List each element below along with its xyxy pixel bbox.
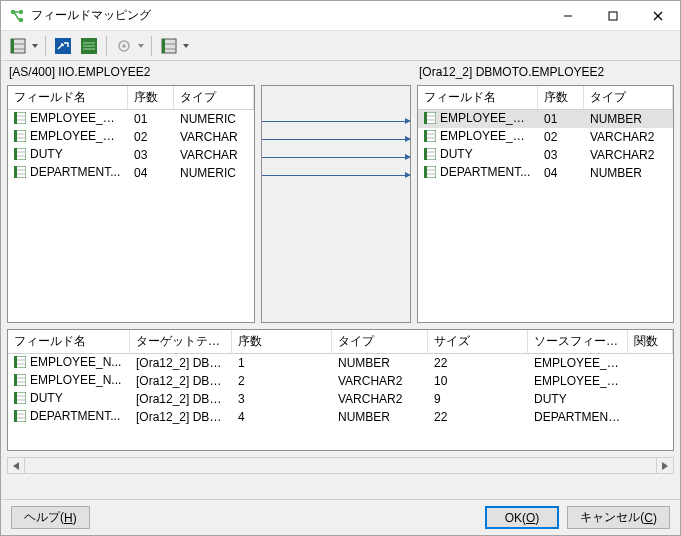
mapping-arrow[interactable]: [262, 148, 410, 166]
cell-type: NUMERIC: [174, 165, 254, 181]
table-row[interactable]: EMPLOYEE_N...[Ora12_2] DBM...2VARCHAR210…: [8, 372, 673, 390]
help-button[interactable]: ヘルプ(H): [11, 506, 90, 529]
left-label: [AS/400] IIO.EMPLOYEE2: [9, 65, 257, 79]
field-icon: [424, 130, 436, 145]
table-row[interactable]: EMPLOYEE_N...02VARCHAR2: [418, 128, 673, 146]
mapping-grid[interactable]: フィールド名 ターゲットテーブル 序数 タイプ サイズ ソースフィールド 関数 …: [7, 329, 674, 451]
right-label: [Ora12_2] DBMOTO.EMPLOYEE2: [419, 65, 672, 79]
table-row[interactable]: EMPLOYEE_N...02VARCHAR: [8, 128, 254, 146]
svg-rect-10: [11, 39, 14, 53]
col-ord[interactable]: 序数: [538, 86, 584, 109]
link-button[interactable]: [52, 35, 74, 57]
svg-rect-38: [14, 166, 17, 178]
field-icon: [14, 374, 26, 389]
cell-ord: 03: [538, 147, 584, 163]
cell-ord: 01: [538, 111, 584, 127]
cell-func: [628, 380, 673, 382]
ok-button[interactable]: OK(O): [485, 506, 560, 529]
svg-rect-70: [14, 410, 17, 422]
cell-ord: 2: [232, 373, 332, 389]
cell-ord: 4: [232, 409, 332, 425]
cancel-button[interactable]: キャンセル(C): [567, 506, 670, 529]
source-grid-body: EMPLOYEE_N...01NUMERICEMPLOYEE_N...02VAR…: [8, 110, 254, 322]
cell-field: EMPLOYEE_N...: [418, 110, 538, 127]
mapping-grid-body: EMPLOYEE_N...[Ora12_2] DBM...1NUMBER22EM…: [8, 354, 673, 450]
table-row[interactable]: DEPARTMENT...04NUMBER: [418, 164, 673, 182]
target-grid-body: EMPLOYEE_N...01NUMBEREMPLOYEE_N...02VARC…: [418, 110, 673, 322]
table-row[interactable]: DUTY03VARCHAR2: [418, 146, 673, 164]
cell-ord: 04: [128, 165, 174, 181]
cell-size: 22: [428, 355, 528, 371]
app-icon: [9, 8, 25, 24]
gear-dropdown[interactable]: [137, 44, 145, 48]
cell-field: DUTY: [418, 146, 538, 163]
source-grid[interactable]: フィールド名 序数 タイプ EMPLOYEE_N...01NUMERICEMPL…: [7, 85, 255, 323]
table-row[interactable]: EMPLOYEE_N...01NUMERIC: [8, 110, 254, 128]
svg-rect-4: [609, 12, 617, 20]
col-field[interactable]: フィールド名: [8, 86, 128, 109]
svg-rect-26: [14, 112, 17, 124]
cell-target: [Ora12_2] DBM...: [130, 355, 232, 371]
col-field[interactable]: フィールド名: [418, 86, 538, 109]
field-icon: [424, 148, 436, 163]
grid-button-2[interactable]: [158, 35, 180, 57]
svg-rect-42: [424, 112, 427, 124]
target-grid[interactable]: フィールド名 序数 タイプ EMPLOYEE_N...01NUMBEREMPLO…: [417, 85, 674, 323]
table-row[interactable]: DEPARTMENT...04NUMERIC: [8, 164, 254, 182]
table-row[interactable]: DUTY03VARCHAR: [8, 146, 254, 164]
svg-rect-23: [162, 39, 165, 53]
cell-ord: 02: [538, 129, 584, 145]
window-title: フィールドマッピング: [31, 7, 545, 24]
gear-button[interactable]: [113, 35, 135, 57]
target-grid-header: フィールド名 序数 タイプ: [418, 86, 673, 110]
table-row[interactable]: EMPLOYEE_N...01NUMBER: [418, 110, 673, 128]
toolbar-sep: [45, 36, 46, 56]
cell-func: [628, 416, 673, 418]
col-target[interactable]: ターゲットテーブル: [130, 330, 232, 353]
col-type[interactable]: タイプ: [174, 86, 254, 109]
col-src[interactable]: ソースフィールド: [528, 330, 628, 353]
cell-size: 9: [428, 391, 528, 407]
grid-green-button[interactable]: [78, 35, 100, 57]
cell-ord: 1: [232, 355, 332, 371]
table-row[interactable]: EMPLOYEE_N...[Ora12_2] DBM...1NUMBER22EM…: [8, 354, 673, 372]
close-button[interactable]: [635, 1, 680, 30]
grid-dropdown[interactable]: [31, 44, 39, 48]
svg-rect-50: [424, 148, 427, 160]
toolbar-sep-3: [151, 36, 152, 56]
mapping-grid-header: フィールド名 ターゲットテーブル 序数 タイプ サイズ ソースフィールド 関数: [8, 330, 673, 354]
cell-type: NUMERIC: [174, 111, 254, 127]
table-row[interactable]: DEPARTMENT...[Ora12_2] DBM...4NUMBER22DE…: [8, 408, 673, 426]
minimize-button[interactable]: [545, 1, 590, 30]
svg-marker-11: [32, 44, 38, 48]
table-row[interactable]: DUTY[Ora12_2] DBM...3VARCHAR29DUTY: [8, 390, 673, 408]
col-ord[interactable]: 序数: [128, 86, 174, 109]
cell-field: DEPARTMENT...: [8, 164, 128, 181]
col-field[interactable]: フィールド名: [8, 330, 130, 353]
col-type[interactable]: タイプ: [584, 86, 673, 109]
grid-button[interactable]: [7, 35, 29, 57]
cell-src: EMPLOYEE_NU...: [528, 355, 628, 371]
mapping-arrow[interactable]: [262, 112, 410, 130]
pane-labels: [AS/400] IIO.EMPLOYEE2 [Ora12_2] DBMOTO.…: [7, 65, 674, 79]
mapping-arrow[interactable]: [262, 166, 410, 184]
grid-dropdown-2[interactable]: [182, 44, 190, 48]
cell-field: EMPLOYEE_N...: [8, 354, 130, 371]
field-icon: [14, 148, 26, 163]
titlebar: フィールドマッピング: [1, 1, 680, 31]
maximize-button[interactable]: [590, 1, 635, 30]
cell-type: NUMBER: [584, 111, 673, 127]
svg-rect-30: [14, 130, 17, 142]
scroll-right-button[interactable]: [656, 458, 673, 473]
scroll-left-button[interactable]: [8, 458, 25, 473]
col-func[interactable]: 関数: [628, 330, 673, 353]
col-size[interactable]: サイズ: [428, 330, 528, 353]
cell-func: [628, 362, 673, 364]
cell-ord: 04: [538, 165, 584, 181]
col-ord[interactable]: 序数: [232, 330, 332, 353]
cell-size: 22: [428, 409, 528, 425]
cell-field: EMPLOYEE_N...: [8, 110, 128, 127]
mapping-arrow[interactable]: [262, 130, 410, 148]
col-type[interactable]: タイプ: [332, 330, 428, 353]
horizontal-scrollbar[interactable]: [7, 457, 674, 474]
